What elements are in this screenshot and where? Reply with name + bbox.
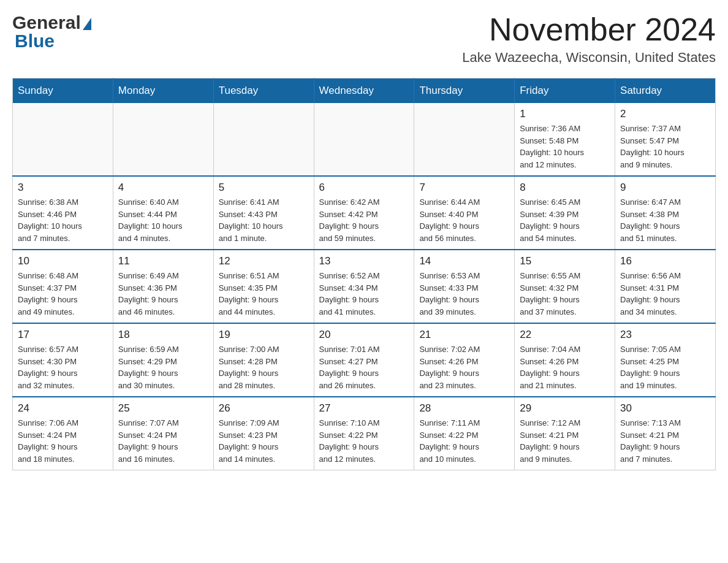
day-number: 16 xyxy=(620,255,710,267)
calendar-cell: 4Sunrise: 6:40 AM Sunset: 4:44 PM Daylig… xyxy=(113,176,213,250)
day-info: Sunrise: 6:57 AM Sunset: 4:30 PM Dayligh… xyxy=(18,343,108,391)
calendar-cell: 17Sunrise: 6:57 AM Sunset: 4:30 PM Dayli… xyxy=(13,323,113,397)
calendar-cell: 10Sunrise: 6:48 AM Sunset: 4:37 PM Dayli… xyxy=(13,250,113,323)
calendar-cell xyxy=(13,103,113,176)
calendar-cell: 16Sunrise: 6:56 AM Sunset: 4:31 PM Dayli… xyxy=(615,250,716,323)
calendar-cell: 20Sunrise: 7:01 AM Sunset: 4:27 PM Dayli… xyxy=(314,323,414,397)
page-header: General Blue November 2024 Lake Wazeecha… xyxy=(12,12,716,66)
day-number: 10 xyxy=(18,255,108,267)
day-info: Sunrise: 7:00 AM Sunset: 4:28 PM Dayligh… xyxy=(219,343,309,391)
day-number: 28 xyxy=(419,402,509,415)
day-info: Sunrise: 6:38 AM Sunset: 4:46 PM Dayligh… xyxy=(18,196,108,244)
calendar-cell: 26Sunrise: 7:09 AM Sunset: 4:23 PM Dayli… xyxy=(213,397,314,470)
day-info: Sunrise: 6:49 AM Sunset: 4:36 PM Dayligh… xyxy=(118,270,208,318)
calendar-cell: 21Sunrise: 7:02 AM Sunset: 4:26 PM Dayli… xyxy=(414,323,515,397)
day-info: Sunrise: 7:07 AM Sunset: 4:24 PM Dayligh… xyxy=(118,417,208,465)
calendar-cell xyxy=(314,103,414,176)
day-number: 6 xyxy=(319,182,409,194)
title-area: November 2024 Lake Wazeecha, Wisconsin, … xyxy=(462,12,716,66)
calendar-cell: 11Sunrise: 6:49 AM Sunset: 4:36 PM Dayli… xyxy=(113,250,213,323)
logo-general-text: General xyxy=(12,12,81,33)
day-info: Sunrise: 7:13 AM Sunset: 4:21 PM Dayligh… xyxy=(620,417,710,465)
day-info: Sunrise: 6:52 AM Sunset: 4:34 PM Dayligh… xyxy=(319,270,409,318)
day-number: 23 xyxy=(620,329,710,341)
day-info: Sunrise: 7:05 AM Sunset: 4:25 PM Dayligh… xyxy=(620,343,710,391)
logo-blue-text: Blue xyxy=(15,31,55,52)
calendar-week-row: 24Sunrise: 7:06 AM Sunset: 4:24 PM Dayli… xyxy=(13,397,716,470)
day-number: 12 xyxy=(219,255,309,267)
day-info: Sunrise: 6:51 AM Sunset: 4:35 PM Dayligh… xyxy=(219,270,309,318)
calendar-cell: 29Sunrise: 7:12 AM Sunset: 4:21 PM Dayli… xyxy=(515,397,615,470)
day-info: Sunrise: 6:59 AM Sunset: 4:29 PM Dayligh… xyxy=(118,343,208,391)
calendar-cell: 24Sunrise: 7:06 AM Sunset: 4:24 PM Dayli… xyxy=(13,397,113,470)
calendar-cell: 1Sunrise: 7:36 AM Sunset: 5:48 PM Daylig… xyxy=(515,103,615,176)
day-number: 27 xyxy=(319,402,409,415)
day-number: 5 xyxy=(219,182,309,194)
day-number: 29 xyxy=(520,402,610,415)
day-info: Sunrise: 6:47 AM Sunset: 4:38 PM Dayligh… xyxy=(620,196,710,244)
calendar-cell: 13Sunrise: 6:52 AM Sunset: 4:34 PM Dayli… xyxy=(314,250,414,323)
calendar-cell xyxy=(414,103,515,176)
day-number: 8 xyxy=(520,182,610,194)
weekday-header-tuesday: Tuesday xyxy=(213,79,314,104)
calendar-table: SundayMondayTuesdayWednesdayThursdayFrid… xyxy=(12,78,716,470)
calendar-cell: 27Sunrise: 7:10 AM Sunset: 4:22 PM Dayli… xyxy=(314,397,414,470)
day-info: Sunrise: 7:11 AM Sunset: 4:22 PM Dayligh… xyxy=(419,417,509,465)
calendar-cell: 30Sunrise: 7:13 AM Sunset: 4:21 PM Dayli… xyxy=(615,397,716,470)
day-info: Sunrise: 6:40 AM Sunset: 4:44 PM Dayligh… xyxy=(118,196,208,244)
day-number: 26 xyxy=(219,402,309,415)
calendar-week-row: 17Sunrise: 6:57 AM Sunset: 4:30 PM Dayli… xyxy=(13,323,716,397)
day-number: 24 xyxy=(18,402,108,415)
day-number: 22 xyxy=(520,329,610,341)
calendar-cell: 23Sunrise: 7:05 AM Sunset: 4:25 PM Dayli… xyxy=(615,323,716,397)
day-info: Sunrise: 6:48 AM Sunset: 4:37 PM Dayligh… xyxy=(18,270,108,318)
day-info: Sunrise: 7:09 AM Sunset: 4:23 PM Dayligh… xyxy=(219,417,309,465)
weekday-header-monday: Monday xyxy=(113,79,213,104)
day-info: Sunrise: 6:56 AM Sunset: 4:31 PM Dayligh… xyxy=(620,270,710,318)
day-info: Sunrise: 7:36 AM Sunset: 5:48 PM Dayligh… xyxy=(520,123,610,170)
calendar-cell: 6Sunrise: 6:42 AM Sunset: 4:42 PM Daylig… xyxy=(314,176,414,250)
day-info: Sunrise: 7:02 AM Sunset: 4:26 PM Dayligh… xyxy=(419,343,509,391)
weekday-header-sunday: Sunday xyxy=(13,79,113,104)
calendar-week-row: 10Sunrise: 6:48 AM Sunset: 4:37 PM Dayli… xyxy=(13,250,716,323)
day-number: 2 xyxy=(620,108,710,120)
day-info: Sunrise: 6:44 AM Sunset: 4:40 PM Dayligh… xyxy=(419,196,509,244)
day-number: 25 xyxy=(118,402,208,415)
calendar-cell xyxy=(213,103,314,176)
day-info: Sunrise: 7:10 AM Sunset: 4:22 PM Dayligh… xyxy=(319,417,409,465)
calendar-cell xyxy=(113,103,213,176)
day-number: 18 xyxy=(118,329,208,341)
calendar-week-row: 1Sunrise: 7:36 AM Sunset: 5:48 PM Daylig… xyxy=(13,103,716,176)
day-info: Sunrise: 7:06 AM Sunset: 4:24 PM Dayligh… xyxy=(18,417,108,465)
day-number: 11 xyxy=(118,255,208,267)
day-info: Sunrise: 7:12 AM Sunset: 4:21 PM Dayligh… xyxy=(520,417,610,465)
day-info: Sunrise: 7:04 AM Sunset: 4:26 PM Dayligh… xyxy=(520,343,610,391)
weekday-header-wednesday: Wednesday xyxy=(314,79,414,104)
calendar-cell: 22Sunrise: 7:04 AM Sunset: 4:26 PM Dayli… xyxy=(515,323,615,397)
day-number: 14 xyxy=(419,255,509,267)
day-number: 1 xyxy=(520,108,610,120)
weekday-header-saturday: Saturday xyxy=(615,79,716,104)
logo: General Blue xyxy=(12,12,91,52)
day-number: 3 xyxy=(18,182,108,194)
day-info: Sunrise: 7:01 AM Sunset: 4:27 PM Dayligh… xyxy=(319,343,409,391)
day-number: 17 xyxy=(18,329,108,341)
calendar-header-row: SundayMondayTuesdayWednesdayThursdayFrid… xyxy=(13,79,716,104)
day-number: 30 xyxy=(620,402,710,415)
day-number: 9 xyxy=(620,182,710,194)
calendar-cell: 5Sunrise: 6:41 AM Sunset: 4:43 PM Daylig… xyxy=(213,176,314,250)
month-title: November 2024 xyxy=(462,12,716,47)
calendar-cell: 28Sunrise: 7:11 AM Sunset: 4:22 PM Dayli… xyxy=(414,397,515,470)
day-number: 4 xyxy=(118,182,208,194)
day-number: 7 xyxy=(419,182,509,194)
day-number: 21 xyxy=(419,329,509,341)
calendar-cell: 3Sunrise: 6:38 AM Sunset: 4:46 PM Daylig… xyxy=(13,176,113,250)
calendar-cell: 18Sunrise: 6:59 AM Sunset: 4:29 PM Dayli… xyxy=(113,323,213,397)
calendar-cell: 19Sunrise: 7:00 AM Sunset: 4:28 PM Dayli… xyxy=(213,323,314,397)
day-number: 20 xyxy=(319,329,409,341)
calendar-cell: 2Sunrise: 7:37 AM Sunset: 5:47 PM Daylig… xyxy=(615,103,716,176)
day-info: Sunrise: 6:41 AM Sunset: 4:43 PM Dayligh… xyxy=(219,196,309,244)
calendar-cell: 14Sunrise: 6:53 AM Sunset: 4:33 PM Dayli… xyxy=(414,250,515,323)
day-number: 19 xyxy=(219,329,309,341)
day-info: Sunrise: 7:37 AM Sunset: 5:47 PM Dayligh… xyxy=(620,123,710,170)
